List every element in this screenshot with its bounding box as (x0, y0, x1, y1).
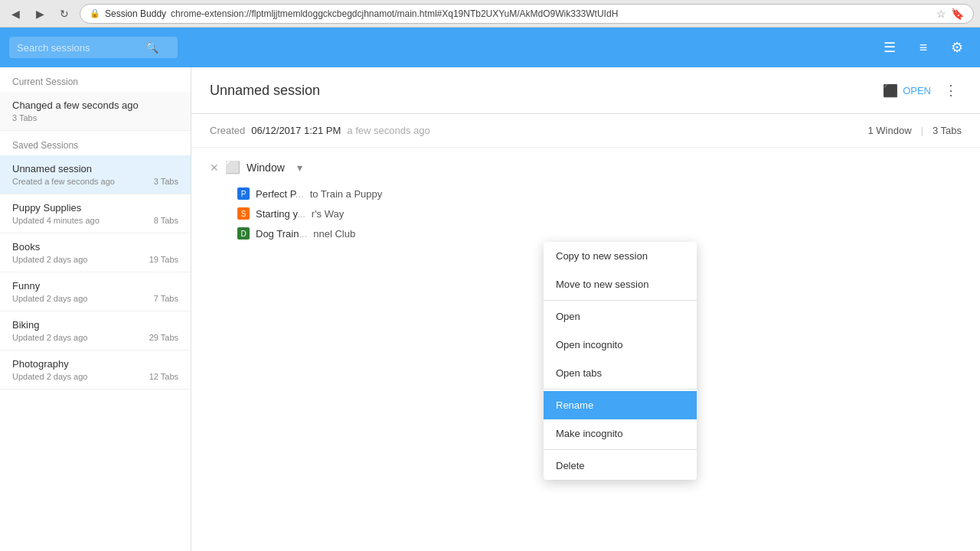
session-meta-4: Updated 2 days ago 29 Tabs (12, 333, 178, 342)
ctx-label-rename: Rename (556, 399, 593, 411)
session-updated-1: Updated 4 minutes ago (12, 216, 100, 225)
tab-item-2: D Dog Train... nnel Club (237, 223, 962, 243)
tab-item-0: P Perfect P... to Train a Puppy (237, 184, 962, 204)
session-name-1: Puppy Supplies (12, 202, 178, 214)
session-title: Unnamed session (210, 83, 874, 99)
ctx-label-open-incognito: Open incognito (556, 339, 622, 350)
ctx-divider-2 (544, 389, 697, 390)
tab-favicon-1: S (237, 207, 250, 220)
session-meta-3: Updated 2 days ago 7 Tabs (12, 294, 178, 303)
tab-name-0: Perfect P... (256, 188, 304, 200)
saved-session-item-3[interactable]: Funny Updated 2 days ago 7 Tabs (0, 272, 191, 311)
sidebar: Current Session Changed a few seconds ag… (0, 67, 191, 551)
saved-session-item-1[interactable]: Puppy Supplies Updated 4 minutes ago 8 T… (0, 194, 191, 233)
session-tabs-1: 8 Tabs (154, 216, 178, 225)
current-session-name: Changed a few seconds ago (12, 99, 178, 111)
windows-count: 1 Window (867, 125, 911, 136)
list-view-button-1[interactable]: ☰ (876, 34, 903, 61)
session-updated-3: Updated 2 days ago (12, 294, 87, 303)
tab-title: Session Buddy (105, 8, 166, 19)
tab-name-2: Dog Train... (256, 228, 307, 240)
session-updated-4: Updated 2 days ago (12, 333, 87, 342)
lock-icon: 🔒 (90, 8, 100, 18)
open-label: OPEN (903, 85, 931, 96)
tab-name-right-1: r's Way (312, 208, 344, 220)
session-tabs-0: 3 Tabs (154, 177, 178, 186)
session-meta-2: Updated 2 days ago 19 Tabs (12, 255, 178, 264)
window-label: Window (247, 161, 285, 174)
tab-name-right-2: nnel Club (313, 228, 355, 240)
open-icon: ⬛ (883, 83, 898, 98)
ctx-divider-3 (544, 449, 697, 450)
session-name-5: Photography (12, 358, 178, 370)
saved-session-item-2[interactable]: Books Updated 2 days ago 19 Tabs (0, 233, 191, 272)
saved-session-item-0[interactable]: Unnamed session Created a few seconds ag… (0, 155, 191, 194)
settings-icon: ⚙ (951, 39, 963, 56)
tab-name-1: Starting y... (256, 208, 305, 220)
window-header: ✕ ⬜ Window ▾ (210, 160, 962, 174)
ctx-label-copy: Copy to new session (556, 250, 648, 262)
ctx-label-open: Open (556, 311, 580, 322)
context-menu: Copy to new session Move to new session … (544, 242, 697, 480)
close-window-button[interactable]: ✕ (210, 161, 219, 174)
back-button[interactable]: ◀ (6, 5, 24, 23)
session-meta-1: Updated 4 minutes ago 8 Tabs (12, 216, 178, 225)
browser-chrome: ◀ ▶ ↻ 🔒 Session Buddy chrome-extension:/… (0, 0, 980, 28)
session-name-3: Funny (12, 280, 178, 292)
session-tabs-5: 12 Tabs (149, 372, 178, 381)
saved-session-item-5[interactable]: Photography Updated 2 days ago 12 Tabs (0, 350, 191, 390)
tab-item-1: S Starting y... r's Way (237, 204, 962, 223)
tab-list: P Perfect P... to Train a Puppy S Starti… (237, 184, 962, 243)
current-section-label: Current Session (0, 67, 191, 92)
ctx-move-to-new-session[interactable]: Move to new session (544, 270, 697, 298)
current-session-tabs: 3 Tabs (12, 113, 37, 122)
ctx-delete[interactable]: Delete (544, 452, 697, 480)
window-more-button[interactable]: ▾ (297, 161, 302, 174)
session-name-0: Unnamed session (12, 163, 178, 174)
search-icon: 🔍 (145, 41, 158, 54)
address-bar[interactable]: 🔒 Session Buddy chrome-extension://flptm… (80, 4, 974, 24)
ctx-label-move: Move to new session (556, 279, 648, 290)
content-meta: Created 06/12/2017 1:21 PM a few seconds… (191, 114, 980, 148)
more-options-button[interactable]: ⋮ (940, 80, 962, 101)
meta-separator: | (921, 125, 923, 136)
session-created-0: Created a few seconds ago (12, 177, 115, 186)
address-text: chrome-extension://flptmljjtmemldoggckcb… (171, 8, 932, 19)
main-layout: Current Session Changed a few seconds ag… (0, 67, 980, 551)
session-name-4: Biking (12, 319, 178, 331)
ctx-rename[interactable]: Rename (544, 391, 697, 419)
search-input[interactable] (17, 42, 139, 54)
star-icon: ☆ (936, 8, 946, 20)
session-updated-2: Updated 2 days ago (12, 255, 87, 264)
search-box[interactable]: 🔍 (9, 37, 178, 58)
session-meta-0: Created a few seconds ago 3 Tabs (12, 177, 178, 186)
more-icon: ⋮ (944, 82, 958, 99)
ctx-label-open-tabs: Open tabs (556, 367, 602, 379)
session-tabs-2: 19 Tabs (149, 255, 178, 264)
saved-session-item-4[interactable]: Biking Updated 2 days ago 29 Tabs (0, 311, 191, 350)
session-updated-5: Updated 2 days ago (12, 372, 87, 381)
created-label: Created (210, 125, 245, 136)
ctx-open-tabs[interactable]: Open tabs (544, 359, 697, 387)
refresh-button[interactable]: ↻ (55, 5, 74, 23)
session-tabs-3: 7 Tabs (154, 294, 178, 303)
current-session-item[interactable]: Changed a few seconds ago 3 Tabs (0, 92, 191, 131)
window-icon: ⬜ (225, 160, 240, 174)
tab-favicon-2: D (237, 227, 250, 240)
settings-button[interactable]: ⚙ (943, 34, 971, 61)
created-ago: a few seconds ago (347, 125, 430, 136)
saved-section-label: Saved Sessions (0, 131, 191, 155)
current-session-meta: 3 Tabs (12, 113, 178, 122)
created-date: 06/12/2017 1:21 PM (251, 125, 341, 136)
list-view-button-2[interactable]: ≡ (910, 34, 937, 61)
list-icon-1: ☰ (884, 39, 896, 56)
ctx-make-incognito[interactable]: Make incognito (544, 419, 697, 448)
ctx-open[interactable]: Open (544, 302, 697, 331)
content-header: Unnamed session ⬛ OPEN ⋮ (191, 67, 980, 114)
open-button[interactable]: ⬛ OPEN (883, 83, 931, 98)
ctx-label-delete: Delete (556, 460, 585, 471)
forward-button[interactable]: ▶ (31, 5, 49, 23)
ctx-copy-to-new-session[interactable]: Copy to new session (544, 242, 697, 270)
tab-favicon-0: P (237, 187, 250, 200)
ctx-open-incognito[interactable]: Open incognito (544, 331, 697, 359)
